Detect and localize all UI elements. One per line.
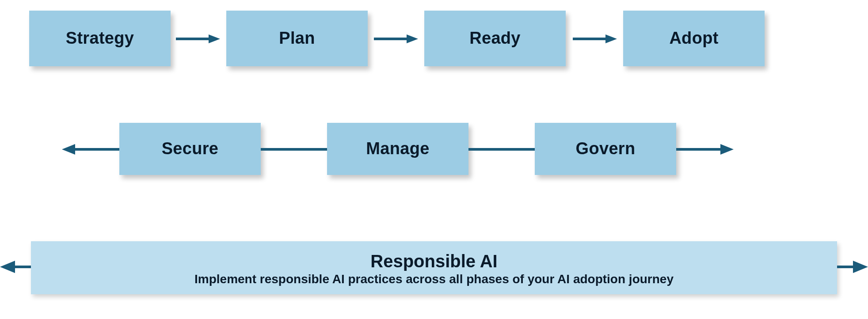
svg-marker-7: [62, 144, 75, 155]
phase-ready: Ready: [424, 11, 566, 66]
phase-plan-label: Plan: [279, 29, 315, 48]
responsible-ai-banner: Responsible AI Implement responsible AI …: [31, 241, 837, 294]
phase-adopt: Adopt: [623, 11, 765, 66]
arrow-right-icon: [676, 144, 734, 155]
phase-strategy: Strategy: [29, 11, 171, 66]
svg-marker-3: [407, 34, 418, 43]
phase-govern-label: Govern: [576, 140, 636, 158]
arrow-right-icon: [176, 34, 220, 43]
phase-strategy-label: Strategy: [66, 29, 134, 48]
phase-govern: Govern: [535, 123, 676, 175]
svg-marker-11: [720, 144, 734, 155]
arrow-right-icon: [374, 34, 418, 43]
arrow-right-icon: [837, 261, 868, 273]
svg-marker-15: [853, 261, 868, 273]
arrow-left-icon: [0, 261, 31, 273]
phase-ready-label: Ready: [469, 29, 521, 48]
phase-secure: Secure: [119, 123, 261, 175]
svg-marker-1: [209, 34, 220, 43]
responsible-ai-title: Responsible AI: [370, 251, 497, 271]
phase-adopt-label: Adopt: [669, 29, 718, 48]
connector-line-icon: [261, 144, 327, 155]
responsible-ai-subtitle: Implement responsible AI practices acros…: [194, 272, 674, 286]
svg-marker-5: [605, 34, 617, 43]
diagram-canvas: Strategy Plan Ready Adopt Secure Manage: [0, 0, 868, 319]
phase-manage: Manage: [327, 123, 468, 175]
svg-marker-13: [0, 261, 15, 273]
arrow-right-icon: [573, 34, 617, 43]
connector-line-icon: [468, 144, 535, 155]
phase-manage-label: Manage: [366, 140, 429, 158]
phase-secure-label: Secure: [162, 140, 219, 158]
arrow-left-icon: [62, 144, 119, 155]
phase-plan: Plan: [226, 11, 368, 66]
